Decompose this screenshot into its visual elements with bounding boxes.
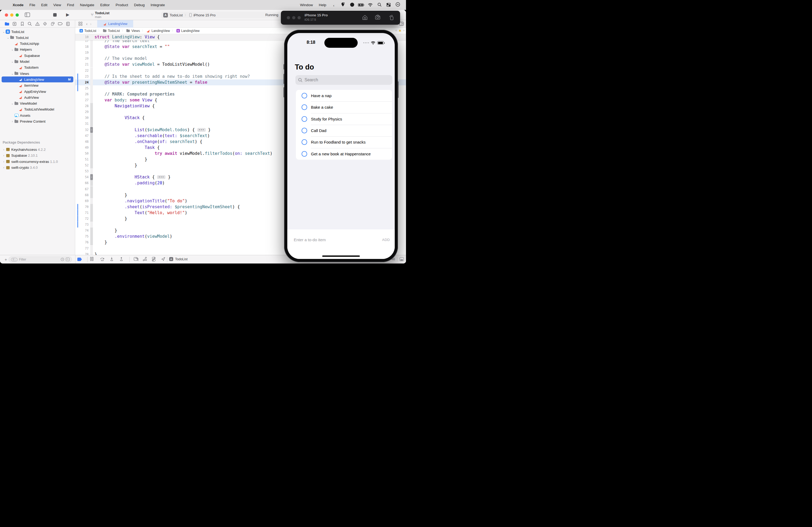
fold-ribbon[interactable]: ›	[90, 127, 93, 133]
fold-ribbon[interactable]	[90, 91, 93, 97]
sidebar-item-model[interactable]: ⌄Model	[0, 59, 75, 65]
sidebar-item-helpers[interactable]: ⌄Helpers	[0, 47, 75, 52]
close-window-button[interactable]	[5, 13, 8, 17]
home-icon[interactable]	[362, 15, 368, 20]
package-keychainaccess[interactable]: ›KeychainAccess 4.2.2	[0, 147, 75, 152]
search-field[interactable]: Search	[295, 75, 392, 85]
sidebar-item-todolistviewmodel[interactable]: TodoListViewModel	[0, 107, 75, 112]
run-button[interactable]: ▶	[66, 12, 69, 17]
fold-ribbon[interactable]	[90, 79, 93, 85]
menu-file[interactable]: File	[27, 3, 39, 7]
simulate-location-icon[interactable]	[161, 257, 165, 261]
sidebar-item-todolist[interactable]: ⌄ATodoList	[0, 29, 75, 35]
flagged-filter-icon[interactable]: +-	[66, 258, 70, 261]
minimize-window-button[interactable]	[10, 13, 13, 17]
destination-name[interactable]: iPhone 15 Pro	[193, 13, 215, 17]
todo-item[interactable]: Have a nap	[296, 90, 392, 102]
todo-checkbox[interactable]	[302, 116, 307, 122]
control-center-icon[interactable]	[385, 2, 392, 7]
menu-find[interactable]: Find	[64, 3, 77, 7]
sidebar-item-assets[interactable]: Assets	[0, 112, 75, 118]
user-circle-icon[interactable]	[394, 2, 401, 7]
menu-editor[interactable]: Editor	[97, 3, 113, 7]
wifi-icon[interactable]	[367, 2, 374, 7]
next-issue-icon[interactable]: ›	[403, 28, 404, 32]
issues-icon[interactable]	[35, 21, 40, 27]
breadcrumb-landingview[interactable]: LandingView	[146, 29, 170, 33]
fold-ribbon[interactable]	[90, 121, 93, 127]
fold-ribbon[interactable]	[90, 186, 93, 192]
project-navigator-icon[interactable]	[4, 21, 10, 27]
package-supabase[interactable]: ›Supabase 2.10.1	[0, 153, 75, 159]
menu-view[interactable]: View	[50, 3, 64, 7]
home-indicator[interactable]	[322, 255, 360, 257]
fold-ribbon[interactable]	[90, 239, 93, 245]
menu-debug[interactable]: Debug	[131, 3, 148, 7]
package-swift-concurrency-extras[interactable]: ›swift-concurrency-extras 1.1.0	[0, 159, 75, 165]
view-hierarchy-icon[interactable]	[134, 257, 138, 261]
menu-help[interactable]: Help	[316, 3, 329, 7]
folded-code-chip[interactable]: •••	[157, 175, 165, 179]
menu-xcode[interactable]: Xcode	[10, 3, 27, 7]
simulator-titlebar[interactable]: iPhone 15 Pro iOS 17.5	[281, 11, 400, 25]
fold-ribbon[interactable]	[90, 216, 93, 222]
fold-ribbon[interactable]	[90, 156, 93, 162]
debug-area-toggle-icon[interactable]	[400, 257, 404, 261]
todo-checkbox[interactable]	[302, 151, 307, 157]
todo-item[interactable]: Study for Physics	[296, 113, 392, 125]
fold-ribbon[interactable]	[90, 252, 93, 255]
fold-ribbon[interactable]	[90, 204, 93, 210]
step-out-icon[interactable]	[119, 257, 123, 261]
menu-window[interactable]: Window	[297, 3, 316, 7]
debug-icon[interactable]	[50, 21, 55, 27]
fold-ribbon[interactable]	[90, 168, 93, 174]
sim-close-button[interactable]	[287, 16, 290, 19]
fold-ribbon[interactable]	[90, 245, 93, 252]
fold-ribbon[interactable]	[90, 151, 93, 156]
prev-issue-icon[interactable]: ‹	[395, 28, 396, 32]
fold-ribbon[interactable]	[90, 74, 93, 79]
sidebar-item-viewmodel[interactable]: ⌄ViewModel	[0, 101, 75, 107]
sidebar-item-todolistapp[interactable]: TodoListApp	[0, 41, 75, 47]
running-app[interactable]: A TodoList	[169, 257, 188, 261]
fold-ribbon[interactable]	[90, 85, 93, 91]
breadcrumb-todolist[interactable]: TodoList	[103, 29, 120, 33]
fold-ribbon[interactable]	[90, 133, 93, 139]
add-filter-icon[interactable]: ＋	[4, 257, 8, 262]
fold-ribbon[interactable]	[90, 50, 93, 56]
forward-chevron-icon[interactable]: ›	[90, 22, 91, 26]
fold-ribbon[interactable]	[90, 180, 93, 186]
menu-edit[interactable]: Edit	[38, 3, 50, 7]
fold-ribbon[interactable]	[90, 145, 93, 151]
add-button[interactable]: ADD	[382, 238, 390, 242]
record-circle-icon[interactable]	[349, 2, 355, 7]
breakpoints-icon[interactable]	[58, 21, 63, 27]
sidebar-item-supabase[interactable]: Supabase	[0, 52, 75, 59]
filter-menu-icon[interactable]: ☰⌄	[11, 258, 17, 261]
todo-item[interactable]: Get a new book at Happenstance	[296, 148, 392, 160]
sidebar-item-todoitem[interactable]: TodoItem	[0, 65, 75, 71]
sidebar-item-todolist[interactable]: ⌄TodoList	[0, 35, 75, 41]
fold-ribbon[interactable]	[90, 198, 93, 204]
tab-landingview[interactable]: LandingView	[97, 20, 133, 28]
sidebar-item-authview[interactable]: AuthView	[0, 94, 75, 100]
scheme-name[interactable]: TodoList	[170, 13, 183, 17]
sidebar-item-views[interactable]: ⌄Views	[0, 71, 75, 76]
project-branch[interactable]: ⑂ TodoList main	[91, 11, 110, 18]
todo-input-placeholder[interactable]: Enter a to-do item	[294, 238, 326, 242]
fold-ribbon[interactable]	[90, 97, 93, 103]
fold-ribbon[interactable]	[90, 228, 93, 234]
step-into-icon[interactable]	[110, 257, 114, 261]
fold-ribbon[interactable]	[90, 109, 93, 115]
tests-icon[interactable]	[42, 21, 48, 27]
bookmarks-icon[interactable]	[19, 21, 25, 27]
fold-ribbon[interactable]	[90, 192, 93, 198]
fold-ribbon[interactable]	[90, 56, 93, 61]
menu-integrate[interactable]: Integrate	[148, 3, 168, 7]
pause-debug-icon[interactable]	[90, 257, 93, 261]
step-over-icon[interactable]	[100, 257, 105, 261]
breadcrumb-views[interactable]: Views	[126, 29, 140, 33]
fold-ribbon[interactable]	[90, 210, 93, 216]
reports-icon[interactable]	[65, 21, 71, 27]
folded-code-chip[interactable]: •••	[197, 128, 206, 132]
